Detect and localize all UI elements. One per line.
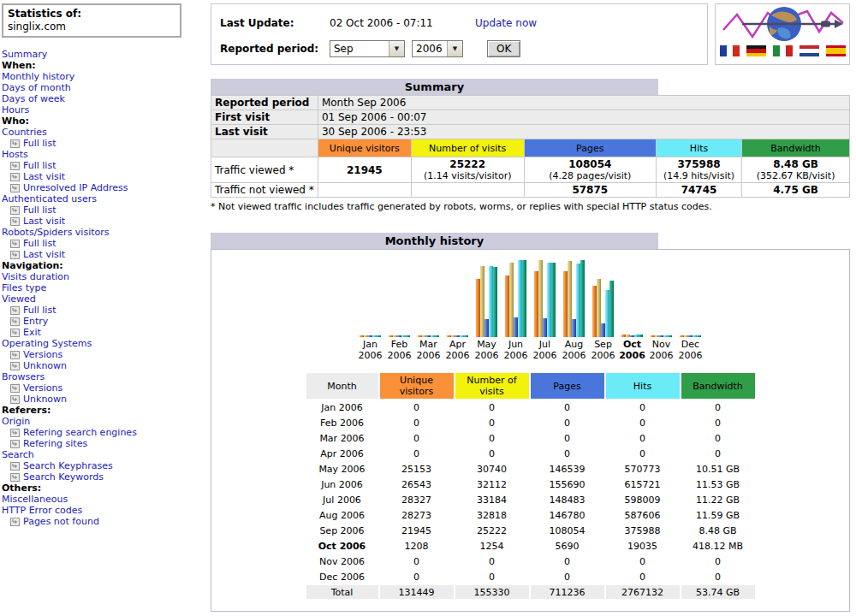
- sidebar-item-full-list[interactable]: Full list: [2, 204, 205, 216]
- site-name: singlix.com: [8, 21, 175, 33]
- sidebar-item-unknown[interactable]: Unknown: [2, 360, 205, 371]
- sidebar-item-summary[interactable]: Summary: [2, 49, 205, 60]
- last-visit-row: Last visit 30 Sep 2006 - 23:53: [211, 125, 849, 139]
- sidebar-item-operating-systems[interactable]: Operating Systems: [2, 338, 205, 349]
- chart-group-may-2006: [473, 266, 502, 337]
- ok-button[interactable]: OK: [487, 40, 520, 57]
- sidebar-item-full-list[interactable]: Full list: [2, 238, 205, 249]
- cell-bandwidth: 0: [681, 431, 755, 445]
- update-now-link[interactable]: Update now: [475, 17, 537, 29]
- summary-header-row: Unique visitors Number of visits Pages H…: [211, 139, 849, 157]
- history-row-aug-2006-label: Aug 2006: [306, 508, 378, 522]
- sidebar-item-last-visit[interactable]: Last visit: [2, 171, 205, 182]
- cell-pages: 148483: [531, 493, 604, 506]
- year-select[interactable]: 2006 ▼: [412, 40, 463, 57]
- cell-pages: 155690: [531, 477, 604, 491]
- header-number-of-visits: Number of visits: [412, 139, 524, 157]
- flag-italy-icon[interactable]: [773, 45, 793, 56]
- sub-item-arrow-icon: [10, 206, 20, 215]
- chart-group-aug-2006: [560, 260, 589, 337]
- cell-bandwidth: 11.59 GB: [681, 508, 755, 522]
- sidebar-item-hours[interactable]: Hours: [2, 104, 205, 116]
- sub-item-arrow-icon: [10, 173, 20, 181]
- sub-item-arrow-icon: [10, 306, 20, 315]
- flag-germany-icon[interactable]: [746, 45, 766, 56]
- flag-spain-icon[interactable]: [826, 45, 846, 56]
- chart-group-jan-2006: [356, 335, 385, 337]
- sidebar-item-robots-spiders-visitors[interactable]: Robots/Spiders visitors: [2, 227, 205, 238]
- not-viewed-hits: 74745: [657, 183, 741, 197]
- sidebar-item-last-visit[interactable]: Last visit: [2, 216, 205, 227]
- sidebar-item-full-list[interactable]: Full list: [2, 138, 205, 149]
- cell-hits: 0: [606, 554, 680, 568]
- bar-bandwidth-gb: [493, 267, 497, 337]
- sidebar-item-refering-sites[interactable]: Refering sites: [2, 438, 205, 449]
- sidebar-item-files-type[interactable]: Files type: [2, 282, 205, 293]
- sidebar-item-miscellaneous[interactable]: Miscellaneous: [2, 494, 205, 505]
- sidebar-item-last-visit[interactable]: Last visit: [2, 249, 205, 260]
- sub-item-arrow-icon: [10, 317, 20, 326]
- sidebar-item-search-keywords[interactable]: Search Keywords: [2, 471, 205, 483]
- sub-item-arrow-icon: [10, 395, 20, 404]
- sidebar-item-visits-duration[interactable]: Visits duration: [2, 271, 205, 282]
- sidebar-item-entry[interactable]: Entry: [2, 316, 205, 327]
- cell-bandwidth: 11.53 GB: [681, 477, 755, 491]
- chart-group-oct-2006: [618, 335, 647, 337]
- cell-hits: 598009: [606, 493, 680, 506]
- sidebar-item-pages-not-found[interactable]: Pages not found: [2, 516, 205, 527]
- awstats-logo: [718, 4, 847, 42]
- sidebar-item-origin[interactable]: Origin: [2, 416, 205, 427]
- cell-pages: 0: [531, 570, 604, 583]
- history-row-may-2006-label: May 2006: [306, 462, 378, 476]
- cell-bandwidth: 0: [681, 400, 755, 414]
- sub-item-arrow-icon: [10, 518, 20, 526]
- flag-netherlands-icon[interactable]: [800, 45, 819, 56]
- sidebar-item-hosts[interactable]: Hosts: [2, 149, 205, 160]
- cell-bandwidth: 0: [681, 447, 755, 460]
- cell-unique-visitors: 0: [380, 431, 454, 445]
- sub-item-label: Unresolved IP Address: [23, 182, 128, 193]
- sidebar-item-exit[interactable]: Exit: [2, 327, 205, 338]
- sidebar-item-versions[interactable]: Versions: [2, 349, 205, 360]
- sidebar-item-countries[interactable]: Countries: [2, 127, 205, 138]
- bar-bandwidth-gb: [464, 335, 468, 337]
- flag-france-icon[interactable]: [720, 45, 740, 56]
- sub-item-label: Last visit: [23, 249, 65, 260]
- cell-hits: 0: [606, 570, 680, 583]
- sub-item-arrow-icon: [10, 217, 20, 226]
- sidebar-item-versions[interactable]: Versions: [2, 382, 205, 394]
- cell-bandwidth: 53.74 GB: [681, 585, 755, 599]
- cell-hits: 615721: [606, 477, 680, 491]
- monthly-history-chart: [211, 258, 849, 337]
- monthly-history-table: Month Unique visitors Number of visits P…: [305, 371, 757, 601]
- cell-bandwidth: 11.22 GB: [681, 493, 755, 506]
- sidebar-item-authenticated-users[interactable]: Authenticated users: [2, 193, 205, 204]
- sidebar-item-days-of-week[interactable]: Days of week: [2, 93, 205, 104]
- sidebar-item-monthly-history[interactable]: Monthly history: [2, 71, 205, 82]
- cell-unique-visitors: 21945: [380, 524, 454, 537]
- sidebar-item-browsers[interactable]: Browsers: [2, 371, 205, 382]
- header-unique-visitors: Unique visitors: [380, 373, 454, 399]
- update-period-box: Last Update: 02 Oct 2006 - 07:11 Update …: [211, 3, 708, 65]
- chart-group-dec-2006: [676, 335, 705, 337]
- chart-month-label: Apr2006: [443, 339, 473, 361]
- sidebar-item-refering-search-engines[interactable]: Refering search engines: [2, 427, 205, 438]
- sidebar-item-search[interactable]: Search: [2, 449, 205, 460]
- sidebar-item-full-list[interactable]: Full list: [2, 160, 205, 171]
- sidebar-item-full-list[interactable]: Full list: [2, 305, 205, 316]
- sidebar-item-days-of-month[interactable]: Days of month: [2, 82, 205, 93]
- last-update-label: Last Update:: [220, 17, 330, 29]
- sidebar-item-http-error-codes[interactable]: HTTP Error codes: [2, 505, 205, 516]
- sidebar-item-viewed[interactable]: Viewed: [2, 293, 205, 305]
- cell-bandwidth: 0: [681, 554, 755, 568]
- header-hits: Hits: [606, 373, 680, 399]
- history-row-sep-2006: Sep 200621945252221080543759888.48 GB: [306, 524, 755, 537]
- sidebar-item-search-keyphrases[interactable]: Search Keyphrases: [2, 460, 205, 471]
- sub-item-label: Entry: [23, 316, 48, 327]
- sidebar-item-unresolved-ip-address[interactable]: Unresolved IP Address: [2, 182, 205, 193]
- last-visit-value: 30 Sep 2006 - 23:53: [318, 125, 849, 139]
- language-flags: [716, 45, 849, 56]
- month-select[interactable]: Sep ▼: [330, 40, 405, 57]
- sidebar-item-unknown[interactable]: Unknown: [2, 394, 205, 405]
- not-viewed-pages: 57875: [525, 183, 656, 197]
